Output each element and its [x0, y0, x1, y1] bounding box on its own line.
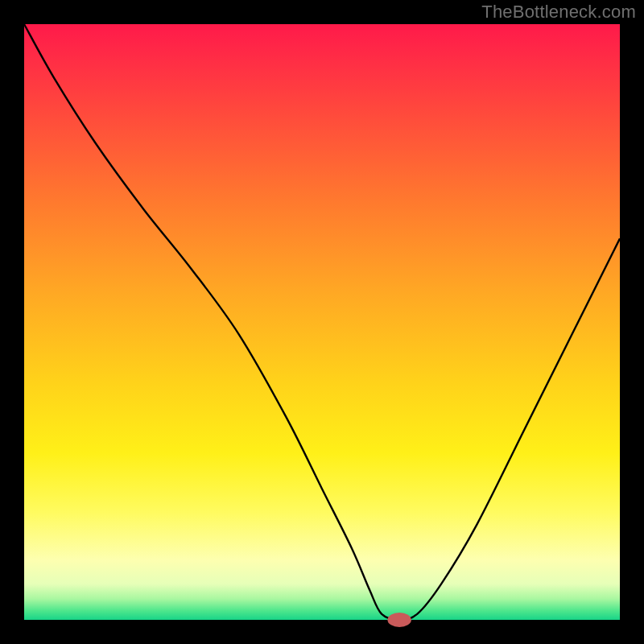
optimal-point-marker	[387, 613, 411, 627]
watermark-text: TheBottleneck.com	[481, 2, 636, 23]
chart-frame: TheBottleneck.com	[0, 0, 644, 644]
plot-background	[24, 24, 620, 620]
bottleneck-chart	[0, 0, 644, 644]
